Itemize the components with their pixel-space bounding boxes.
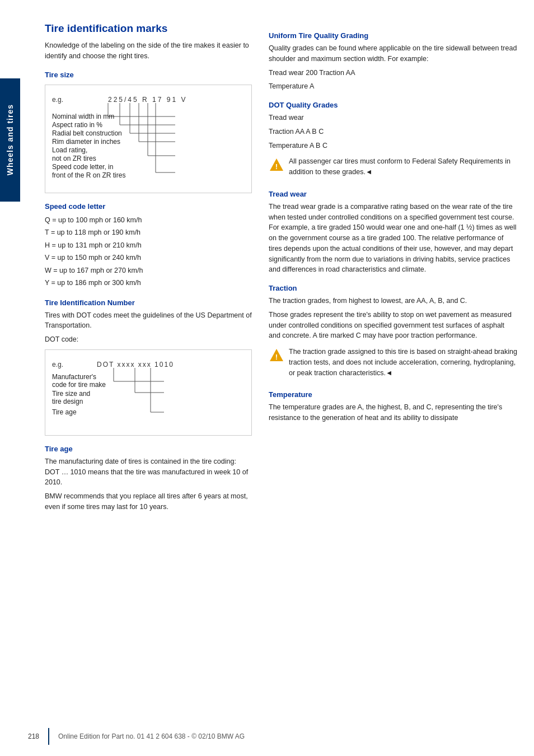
svg-text:Manufacturer's: Manufacturer's [52, 373, 96, 381]
dot-warning-text: All passenger car tires must conform to … [289, 156, 517, 178]
warning-icon-triangle-2: ! [269, 348, 284, 381]
left-column: Tire identification marks Knowledge of t… [45, 22, 252, 516]
page-intro: Knowledge of the labeling on the side of… [45, 40, 252, 62]
dot-quality-item2: Temperature A B C [269, 141, 517, 151]
svg-text:Tire age: Tire age [52, 408, 77, 416]
dot-label: DOT code: [45, 334, 252, 345]
uniform-tire-para: Quality grades can be found where applic… [269, 43, 517, 64]
svg-text:front of the R on ZR tires: front of the R on ZR tires [52, 171, 125, 179]
svg-text:Tire size and: Tire size and [52, 390, 90, 398]
tire-size-diagram: e.g. 225/45 R 17 91 V [45, 85, 252, 193]
tread-wear-para: The tread wear grade is a comparative ra… [269, 202, 517, 275]
dot-quality-item1: Traction AA A B C [269, 127, 517, 137]
dot-quality-item0: Tread wear [269, 113, 517, 123]
svg-text:e.g.: e.g. [52, 361, 63, 368]
speed-code-item: Q = up to 100 mph or 160 km/h [45, 214, 252, 227]
speed-code-item: Y = up to 186 mph or 300 km/h [45, 277, 252, 290]
warning-box-dot: ! All passenger car tires must conform t… [269, 156, 517, 181]
tread-wear-heading: Tread wear [269, 190, 517, 198]
svg-text:Rim diameter in inches: Rim diameter in inches [52, 138, 120, 146]
svg-text:225/45  R 17  91  V: 225/45 R 17 91 V [108, 96, 187, 104]
svg-text:Aspect ratio in %: Aspect ratio in % [52, 121, 102, 129]
svg-text:!: ! [275, 353, 278, 361]
warning-icon-triangle: ! [269, 157, 284, 181]
tire-size-svg: e.g. 225/45 R 17 91 V [52, 94, 237, 184]
svg-text:!: ! [275, 162, 278, 171]
speed-code-item: H = up to 131 mph or 210 km/h [45, 239, 252, 252]
tire-age-heading: Tire age [45, 445, 252, 453]
uniform-tire-ex1: Tread wear 200 Traction AA [269, 68, 517, 78]
tire-id-intro: Tires with DOT codes meet the guidelines… [45, 310, 252, 332]
page-title: Tire identification marks [45, 22, 252, 35]
speed-code-list: Q = up to 100 mph or 160 km/h T = up to … [45, 214, 252, 290]
dot-diagram: e.g. DOT xxxx xxx 1010 Manufacturer's co… [45, 349, 252, 436]
svg-text:code for tire make: code for tire make [52, 381, 106, 389]
speed-code-heading: Speed code letter [45, 202, 252, 211]
speed-code-item: W = up to 167 mph or 270 km/h [45, 264, 252, 277]
speed-code-item: T = up to 118 mph or 190 km/h [45, 226, 252, 239]
dot-svg: e.g. DOT xxxx xxx 1010 Manufacturer's co… [52, 359, 220, 426]
dot-quality-heading: DOT Quality Grades [269, 101, 517, 109]
svg-text:Nominal width in mm: Nominal width in mm [52, 113, 114, 120]
svg-text:Load rating,: Load rating, [52, 146, 87, 154]
svg-text:Speed code letter, in: Speed code letter, in [52, 163, 113, 171]
footer-divider [48, 728, 49, 745]
traction-warning-text: The traction grade assigned to this tire… [289, 347, 517, 378]
warning-box-traction: ! The traction grade assigned to this ti… [269, 347, 517, 381]
svg-text:Radial belt construction: Radial belt construction [52, 129, 122, 137]
temperature-heading: Temperature [269, 390, 517, 399]
svg-text:e.g.: e.g. [52, 96, 63, 104]
tire-age-para1: The manufacturing date of tires is conta… [45, 456, 252, 488]
svg-text:DOT xxxx xxx 1010: DOT xxxx xxx 1010 [97, 361, 174, 368]
temperature-para: The temperature grades are A, the highes… [269, 402, 517, 423]
tire-id-heading: Tire Identification Number [45, 298, 252, 307]
footer-copyright: Online Edition for Part no. 01 41 2 604 … [58, 732, 245, 740]
footer: 218 Online Edition for Part no. 01 41 2 … [28, 728, 534, 745]
page-number: 218 [28, 732, 39, 740]
traction-heading: Traction [269, 284, 517, 292]
svg-text:not on ZR tires: not on ZR tires [52, 155, 96, 162]
uniform-tire-ex2: Temperature A [269, 81, 517, 92]
speed-code-item: V = up to 150 mph or 240 km/h [45, 251, 252, 264]
sidebar-label: Wheels and tires [0, 78, 20, 202]
right-column: Uniform Tire Quality Grading Quality gra… [269, 22, 517, 516]
uniform-tire-heading: Uniform Tire Quality Grading [269, 31, 517, 40]
tire-size-heading: Tire size [45, 71, 252, 79]
tire-age-para2: BMW recommends that you replace all tire… [45, 491, 252, 512]
svg-text:tire design: tire design [52, 398, 83, 405]
traction-para2: Those grades represent the tire's abilit… [269, 310, 517, 341]
traction-para1: The traction grades, from highest to low… [269, 296, 517, 306]
